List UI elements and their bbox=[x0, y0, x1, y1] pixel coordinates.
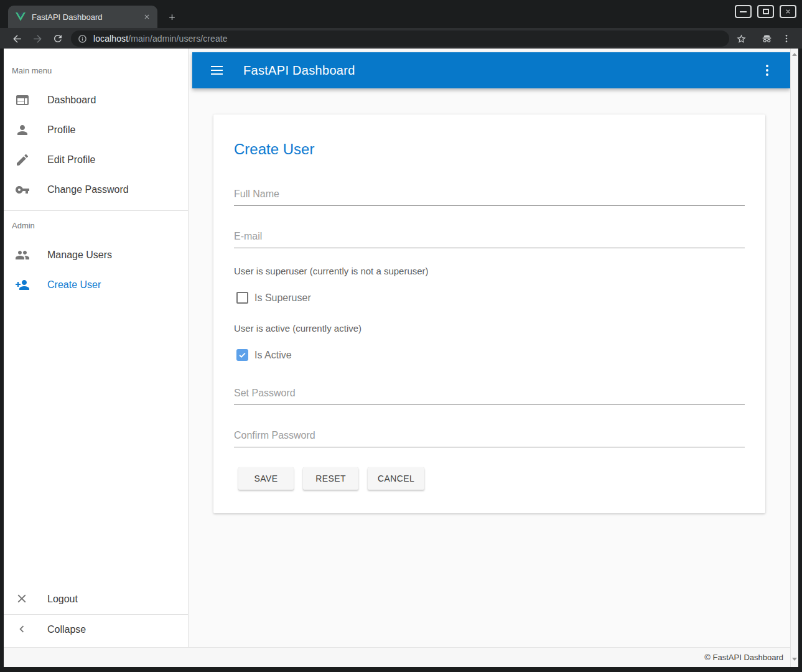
input-underline bbox=[234, 205, 745, 206]
key-icon bbox=[15, 182, 30, 197]
reset-button[interactable]: RESET bbox=[303, 467, 358, 490]
sidebar-item-label: Create User bbox=[47, 279, 101, 291]
sidebar-item-label: Dashboard bbox=[47, 95, 96, 106]
page-info-icon[interactable] bbox=[78, 34, 87, 44]
close-icon bbox=[15, 592, 30, 607]
sidebar-item-collapse[interactable]: Collapse bbox=[4, 615, 188, 645]
sidebar-item-dashboard[interactable]: Dashboard bbox=[4, 85, 188, 115]
pencil-icon bbox=[15, 152, 30, 167]
scrollbar-up-icon[interactable] bbox=[792, 53, 797, 56]
confirm-password-label: Confirm Password bbox=[234, 430, 745, 441]
bookmark-star-icon[interactable] bbox=[733, 30, 749, 47]
address-bar[interactable]: localhost/main/admin/users/create bbox=[71, 30, 729, 47]
people-icon bbox=[15, 248, 30, 263]
person-icon bbox=[15, 123, 30, 138]
incognito-icon bbox=[758, 30, 775, 47]
sidebar-item-label: Manage Users bbox=[47, 250, 112, 261]
full-name-label: Full Name bbox=[234, 189, 745, 200]
window-controls bbox=[735, 5, 796, 18]
checkbox-label: Is Active bbox=[254, 350, 292, 361]
sidebar-item-logout[interactable]: Logout bbox=[4, 584, 188, 614]
sidebar-divider bbox=[4, 210, 188, 211]
form-buttons: SAVE RESET CANCEL bbox=[238, 467, 424, 490]
sidebar: Main menu Dashboard Profile Edit Profile… bbox=[4, 49, 189, 647]
back-icon[interactable] bbox=[9, 30, 25, 47]
sidebar-item-label: Logout bbox=[47, 594, 78, 605]
set-password-field[interactable]: Set Password bbox=[234, 388, 745, 405]
forward-icon[interactable] bbox=[29, 30, 45, 47]
email-label: E-mail bbox=[234, 231, 745, 242]
browser-toolbar: localhost/main/admin/users/create bbox=[0, 28, 802, 49]
page-title: Create User bbox=[234, 141, 314, 158]
sidebar-item-change-password[interactable]: Change Password bbox=[4, 175, 188, 205]
hamburger-menu-icon[interactable] bbox=[210, 63, 225, 78]
input-underline bbox=[234, 404, 745, 405]
sidebar-item-label: Collapse bbox=[47, 624, 86, 635]
url-host: localhost bbox=[93, 34, 128, 44]
sidebar-section-main-menu: Main menu bbox=[12, 66, 52, 75]
close-window-button[interactable] bbox=[780, 5, 796, 18]
sidebar-item-manage-users[interactable]: Manage Users bbox=[4, 240, 188, 270]
appbar-title: FastAPI Dashboard bbox=[243, 63, 355, 78]
browser-menu-icon[interactable] bbox=[778, 30, 795, 47]
chevron-left-icon bbox=[15, 622, 30, 637]
sidebar-item-label: Profile bbox=[47, 124, 75, 136]
sidebar-item-label: Edit Profile bbox=[47, 154, 95, 166]
maximize-button[interactable] bbox=[757, 5, 774, 18]
dashboard-icon bbox=[15, 93, 30, 108]
checkbox-label: Is Superuser bbox=[254, 292, 311, 304]
vue-logo-icon bbox=[16, 12, 26, 21]
copyright-text: © FastAPI Dashboard bbox=[704, 653, 783, 662]
sidebar-item-create-user[interactable]: Create User bbox=[4, 270, 188, 300]
scrollbar-down-icon[interactable] bbox=[792, 658, 797, 661]
appbar-kebab-menu-icon[interactable] bbox=[760, 63, 775, 78]
page-scrollbar[interactable] bbox=[790, 49, 798, 667]
page-content: Main menu Dashboard Profile Edit Profile… bbox=[4, 49, 798, 667]
tab-title: FastAPI Dashboard bbox=[32, 12, 141, 22]
footer: © FastAPI Dashboard bbox=[4, 647, 798, 667]
tab-close-icon[interactable] bbox=[141, 11, 152, 22]
full-name-field[interactable]: Full Name bbox=[234, 189, 745, 206]
person-add-icon bbox=[15, 278, 30, 292]
sidebar-item-profile[interactable]: Profile bbox=[4, 115, 188, 145]
input-underline bbox=[234, 248, 745, 248]
reload-icon[interactable] bbox=[50, 30, 66, 47]
is-superuser-checkbox[interactable]: Is Superuser bbox=[236, 292, 311, 304]
sidebar-section-admin: Admin bbox=[12, 221, 35, 230]
new-tab-icon[interactable] bbox=[163, 8, 180, 26]
email-field[interactable]: E-mail bbox=[234, 231, 745, 248]
save-button[interactable]: SAVE bbox=[238, 467, 294, 490]
browser-tab[interactable]: FastAPI Dashboard bbox=[8, 6, 157, 28]
main-area: FastAPI Dashboard Create User Full Name … bbox=[189, 49, 790, 647]
set-password-label: Set Password bbox=[234, 388, 745, 399]
minimize-button[interactable] bbox=[735, 5, 752, 18]
url-path: /main/admin/users/create bbox=[128, 34, 228, 44]
create-user-card: Create User Full Name E-mail User is sup… bbox=[213, 114, 765, 513]
confirm-password-field[interactable]: Confirm Password bbox=[234, 430, 745, 447]
appbar: FastAPI Dashboard bbox=[192, 52, 790, 88]
url-text[interactable]: localhost/main/admin/users/create bbox=[93, 34, 228, 44]
sidebar-item-label: Change Password bbox=[47, 184, 129, 195]
superuser-hint: User is superuser (currently is not a su… bbox=[234, 266, 429, 276]
browser-titlebar: FastAPI Dashboard bbox=[0, 0, 802, 28]
active-hint: User is active (currently active) bbox=[234, 323, 361, 334]
is-active-checkbox[interactable]: Is Active bbox=[236, 349, 292, 361]
input-underline bbox=[234, 447, 745, 447]
checkbox-checked-icon[interactable] bbox=[236, 349, 248, 361]
sidebar-item-edit-profile[interactable]: Edit Profile bbox=[4, 145, 188, 175]
checkbox-unchecked-icon[interactable] bbox=[236, 292, 248, 304]
cancel-button[interactable]: CANCEL bbox=[368, 467, 424, 490]
